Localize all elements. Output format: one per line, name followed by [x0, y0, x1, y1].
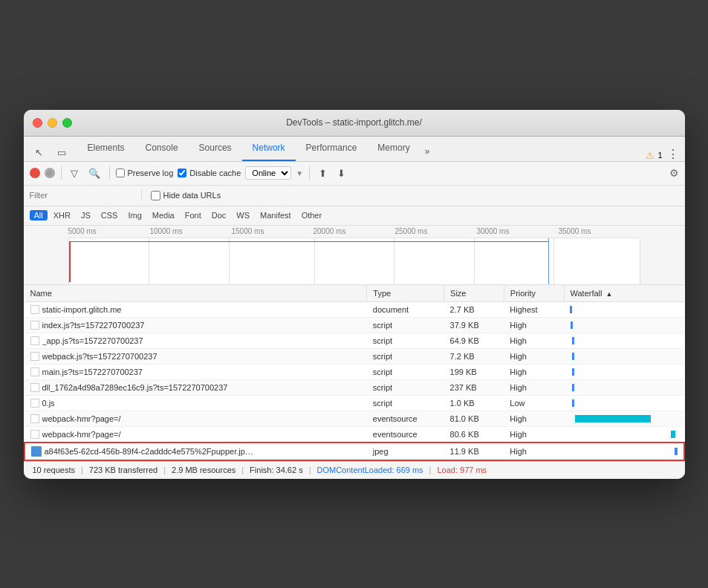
file-icon: [30, 336, 39, 345]
row-type: script: [367, 379, 444, 395]
filter-all[interactable]: All: [30, 210, 48, 220]
filter-font[interactable]: Font: [181, 210, 206, 220]
filter-icon[interactable]: ▽: [68, 166, 81, 180]
waterfall-bar: [572, 384, 574, 391]
file-icon: [30, 430, 39, 439]
network-table-container[interactable]: Name Type Size Priority Waterfall ▲ stat…: [24, 285, 685, 461]
row-size: 1.0 KB: [444, 395, 504, 411]
finish-time: Finish: 34.62 s: [250, 466, 303, 474]
warning-count: 1: [657, 151, 662, 160]
type-filter-bar: All XHR JS CSS Img Media Font Doc WS Man…: [24, 206, 685, 226]
disable-cache-label[interactable]: Disable cache: [178, 169, 241, 177]
timeline-label-3: 15000 ms: [232, 227, 314, 238]
table-row[interactable]: webpack-hmr?page=/eventsource80.6 KBHigh: [25, 426, 684, 442]
record-button[interactable]: [30, 168, 40, 178]
waterfall-bar-cyan: [575, 415, 651, 422]
row-priority: High: [504, 317, 564, 333]
row-type: script: [367, 317, 444, 333]
filter-ws[interactable]: WS: [232, 210, 254, 220]
sort-arrow-icon: ▲: [606, 290, 613, 298]
row-priority: Highest: [504, 301, 564, 317]
timeline-top-bar: [69, 241, 548, 242]
row-waterfall: [564, 442, 683, 460]
timeline-label-5: 25000 ms: [395, 227, 477, 238]
table-row[interactable]: a84f63e5-62cd-456b-89f4-c2adddc4e575%2Fp…: [25, 442, 684, 460]
more-tabs-button[interactable]: »: [420, 142, 435, 161]
table-row[interactable]: dll_1762a4d98a7289ec16c9.js?ts=157227070…: [25, 379, 684, 395]
filter-css[interactable]: CSS: [97, 210, 123, 220]
tab-performance[interactable]: Performance: [296, 136, 368, 161]
waterfall-timeline: 5000 ms 10000 ms 15000 ms 20000 ms 25000…: [24, 226, 685, 285]
waterfall-bar: [570, 306, 572, 313]
filter-input[interactable]: [30, 191, 132, 200]
close-button[interactable]: [33, 118, 42, 128]
row-name: a84f63e5-62cd-456b-89f4-c2adddc4e575%2Fp…: [25, 442, 367, 460]
file-icon: [30, 414, 39, 423]
row-waterfall: [564, 411, 683, 426]
filter-img[interactable]: Img: [123, 210, 146, 220]
throttle-dropdown[interactable]: Online: [245, 166, 291, 180]
clear-button[interactable]: ⊘: [45, 168, 55, 178]
timeline-label-1: 5000 ms: [68, 227, 150, 238]
row-waterfall: [564, 317, 683, 333]
table-row[interactable]: 0.jsscript1.0 KBLow: [25, 395, 684, 411]
hide-data-urls-label[interactable]: Hide data URLs: [151, 191, 221, 200]
col-type[interactable]: Type: [367, 285, 444, 302]
waterfall-bar: [572, 399, 574, 407]
settings-icon[interactable]: ⚙: [669, 167, 679, 179]
waterfall-bar: [571, 321, 573, 329]
filter-other[interactable]: Other: [297, 210, 327, 220]
table-row[interactable]: webpack-hmr?page=/eventsource81.0 KBHigh: [25, 411, 684, 426]
window-title: DevTools – static-import.glitch.me/: [286, 117, 422, 128]
minimize-button[interactable]: [48, 118, 57, 128]
timeline-gridline-2: [229, 238, 230, 284]
timeline-label-4: 20000 ms: [314, 227, 395, 238]
filter-js[interactable]: JS: [77, 210, 95, 220]
tab-sources[interactable]: Sources: [189, 136, 242, 161]
filter-media[interactable]: Media: [148, 210, 179, 220]
waterfall-bar: [572, 337, 574, 344]
filter-manifest[interactable]: Manifest: [256, 210, 296, 220]
row-name: main.js?ts=1572270700237: [25, 364, 367, 379]
filter-doc[interactable]: Doc: [207, 210, 231, 220]
tab-elements[interactable]: Elements: [77, 136, 135, 161]
tab-console[interactable]: Console: [135, 136, 189, 161]
row-size: 37.9 KB: [444, 317, 504, 333]
tab-memory[interactable]: Memory: [367, 136, 420, 161]
title-bar: DevTools – static-import.glitch.me/: [24, 110, 685, 137]
table-row[interactable]: _app.js?ts=1572270700237script64.9 KBHig…: [25, 333, 684, 348]
row-size: 199 KB: [444, 364, 504, 379]
col-name[interactable]: Name: [25, 285, 367, 302]
col-size[interactable]: Size: [444, 285, 504, 302]
dom-content-loaded: DOMContentLoaded: 669 ms: [317, 466, 423, 474]
table-row[interactable]: webpack.js?ts=1572270700237script7.2 KBH…: [25, 348, 684, 364]
filter-xhr[interactable]: XHR: [49, 210, 75, 220]
timeline-gridline-1: [149, 238, 149, 284]
col-waterfall[interactable]: Waterfall ▲: [564, 285, 683, 302]
throttle-chevron-icon: ▼: [296, 169, 303, 177]
import-icon[interactable]: ⬆: [316, 166, 330, 180]
disable-cache-checkbox[interactable]: [178, 169, 186, 177]
filter-separator: [141, 189, 142, 201]
row-size: 2.7 KB: [444, 301, 504, 317]
row-type: script: [367, 395, 444, 411]
timeline-label-7: 35000 ms: [559, 227, 640, 238]
table-row[interactable]: index.js?ts=1572270700237script37.9 KBHi…: [25, 317, 684, 333]
col-priority[interactable]: Priority: [504, 285, 564, 302]
preserve-log-checkbox[interactable]: [116, 169, 125, 177]
cursor-icon[interactable]: ↖: [30, 145, 49, 161]
preserve-log-label[interactable]: Preserve log: [116, 169, 174, 177]
table-row[interactable]: static-import.glitch.medocument2.7 KBHig…: [25, 301, 684, 317]
search-icon[interactable]: 🔍: [85, 166, 103, 180]
row-waterfall: [564, 379, 683, 395]
tab-network[interactable]: Network: [242, 136, 296, 161]
more-options-icon[interactable]: ⋮: [667, 147, 679, 161]
hide-data-urls-checkbox[interactable]: [151, 191, 160, 200]
table-row[interactable]: main.js?ts=1572270700237script199 KBHigh: [25, 364, 684, 379]
resources-size: 2.9 MB resources: [172, 466, 236, 474]
export-icon[interactable]: ⬇: [334, 166, 348, 180]
row-priority: High: [504, 442, 564, 460]
separator3: [309, 166, 310, 180]
device-icon[interactable]: ▭: [52, 145, 71, 161]
maximize-button[interactable]: [62, 118, 72, 128]
